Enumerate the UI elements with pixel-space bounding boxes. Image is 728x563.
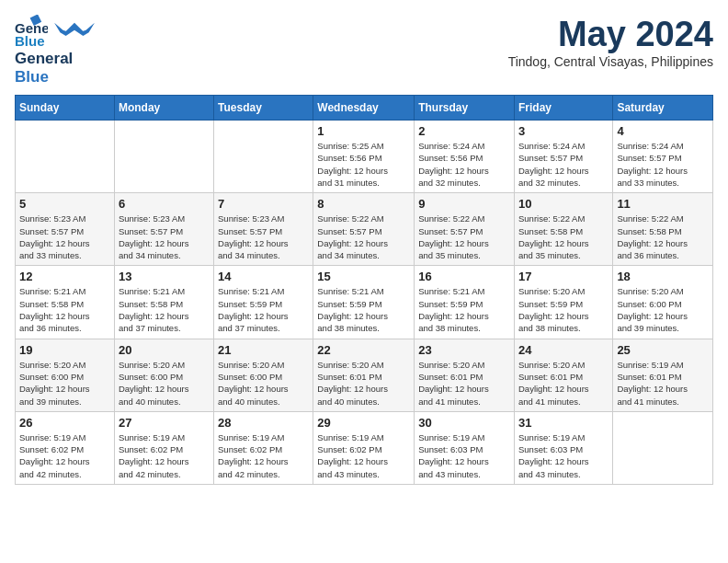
cell-info: Sunrise: 5:22 AM Sunset: 5:58 PM Dayligh… [518, 213, 609, 261]
cell-info: Sunrise: 5:21 AM Sunset: 5:58 PM Dayligh… [19, 285, 110, 334]
cell-info: Sunrise: 5:19 AM Sunset: 6:02 PM Dayligh… [19, 431, 110, 480]
cell-info: Sunrise: 5:21 AM Sunset: 5:59 PM Dayligh… [317, 285, 410, 334]
logo-line2: Blue [15, 68, 49, 86]
calendar-cell: 25Sunrise: 5:19 AM Sunset: 6:01 PM Dayli… [613, 339, 713, 411]
cell-info: Sunrise: 5:19 AM Sunset: 6:02 PM Dayligh… [218, 431, 309, 480]
day-number: 12 [19, 270, 110, 283]
cell-info: Sunrise: 5:22 AM Sunset: 5:57 PM Dayligh… [317, 213, 410, 261]
calendar-cell: 16Sunrise: 5:21 AM Sunset: 5:59 PM Dayli… [415, 266, 515, 339]
cell-info: Sunrise: 5:20 AM Sunset: 6:00 PM Dayligh… [19, 359, 110, 408]
calendar-cell: 17Sunrise: 5:20 AM Sunset: 5:59 PM Dayli… [514, 266, 612, 339]
cell-info: Sunrise: 5:20 AM Sunset: 6:00 PM Dayligh… [218, 359, 309, 408]
day-number: 28 [218, 416, 309, 430]
day-number: 3 [518, 124, 609, 138]
cell-info: Sunrise: 5:20 AM Sunset: 6:01 PM Dayligh… [518, 359, 609, 408]
weekday-header-row: SundayMondayTuesdayWednesdayThursdayFrid… [16, 96, 713, 121]
cell-info: Sunrise: 5:23 AM Sunset: 5:57 PM Dayligh… [119, 213, 210, 261]
day-number: 22 [317, 343, 410, 357]
day-number: 21 [218, 343, 309, 357]
weekday-header: Friday [514, 96, 612, 121]
cell-info: Sunrise: 5:19 AM Sunset: 6:03 PM Dayligh… [518, 431, 609, 480]
day-number: 18 [617, 270, 709, 283]
cell-info: Sunrise: 5:24 AM Sunset: 5:57 PM Dayligh… [518, 140, 609, 189]
day-number: 1 [317, 124, 410, 138]
calendar-cell: 6Sunrise: 5:23 AM Sunset: 5:57 PM Daylig… [114, 193, 213, 266]
day-number: 31 [518, 416, 609, 430]
day-number: 2 [418, 124, 510, 138]
day-number: 10 [518, 197, 609, 211]
calendar-week-row: 1Sunrise: 5:25 AM Sunset: 5:56 PM Daylig… [16, 121, 713, 193]
cell-info: Sunrise: 5:19 AM Sunset: 6:02 PM Dayligh… [317, 431, 410, 480]
cell-info: Sunrise: 5:23 AM Sunset: 5:57 PM Dayligh… [19, 213, 110, 261]
calendar-cell: 11Sunrise: 5:22 AM Sunset: 5:58 PM Dayli… [613, 193, 713, 266]
calendar-cell [16, 121, 115, 193]
calendar-cell: 31Sunrise: 5:19 AM Sunset: 6:03 PM Dayli… [514, 411, 612, 484]
day-number: 26 [19, 416, 110, 430]
calendar-cell: 12Sunrise: 5:21 AM Sunset: 5:58 PM Dayli… [16, 266, 115, 339]
day-number: 15 [317, 270, 410, 283]
cell-info: Sunrise: 5:22 AM Sunset: 5:58 PM Dayligh… [617, 213, 709, 261]
calendar-cell: 15Sunrise: 5:21 AM Sunset: 5:59 PM Dayli… [313, 266, 415, 339]
calendar-week-row: 19Sunrise: 5:20 AM Sunset: 6:00 PM Dayli… [16, 339, 713, 411]
calendar-cell: 28Sunrise: 5:19 AM Sunset: 6:02 PM Dayli… [214, 411, 313, 484]
title-section: May 2024 Tindog, Central Visayas, Philip… [508, 15, 713, 69]
day-number: 27 [119, 416, 210, 430]
logo-bird [51, 15, 97, 48]
calendar-cell: 10Sunrise: 5:22 AM Sunset: 5:58 PM Dayli… [514, 193, 612, 266]
cell-info: Sunrise: 5:24 AM Sunset: 5:56 PM Dayligh… [418, 140, 510, 189]
calendar-cell: 21Sunrise: 5:20 AM Sunset: 6:00 PM Dayli… [214, 339, 313, 411]
calendar-cell: 1Sunrise: 5:25 AM Sunset: 5:56 PM Daylig… [313, 121, 415, 193]
cell-info: Sunrise: 5:20 AM Sunset: 5:59 PM Dayligh… [518, 285, 609, 334]
calendar-cell: 29Sunrise: 5:19 AM Sunset: 6:02 PM Dayli… [313, 411, 415, 484]
calendar-cell [613, 411, 713, 484]
cell-info: Sunrise: 5:24 AM Sunset: 5:57 PM Dayligh… [617, 140, 709, 189]
calendar-cell: 2Sunrise: 5:24 AM Sunset: 5:56 PM Daylig… [415, 121, 515, 193]
logo-icon: General Blue [15, 15, 48, 48]
weekday-header: Monday [114, 96, 213, 121]
day-number: 25 [617, 343, 709, 357]
day-number: 5 [19, 197, 110, 211]
day-number: 6 [119, 197, 210, 211]
day-number: 20 [119, 343, 210, 357]
day-number: 16 [418, 270, 510, 283]
calendar-cell: 13Sunrise: 5:21 AM Sunset: 5:58 PM Dayli… [114, 266, 213, 339]
logo-line1: General [15, 50, 73, 68]
calendar-cell: 9Sunrise: 5:22 AM Sunset: 5:57 PM Daylig… [415, 193, 515, 266]
calendar-cell: 4Sunrise: 5:24 AM Sunset: 5:57 PM Daylig… [613, 121, 713, 193]
calendar-cell: 19Sunrise: 5:20 AM Sunset: 6:00 PM Dayli… [16, 339, 115, 411]
calendar-cell: 3Sunrise: 5:24 AM Sunset: 5:57 PM Daylig… [514, 121, 612, 193]
calendar-cell: 14Sunrise: 5:21 AM Sunset: 5:59 PM Dayli… [214, 266, 313, 339]
cell-info: Sunrise: 5:19 AM Sunset: 6:02 PM Dayligh… [119, 431, 210, 480]
svg-text:Blue: Blue [15, 33, 45, 48]
calendar-cell: 30Sunrise: 5:19 AM Sunset: 6:03 PM Dayli… [415, 411, 515, 484]
calendar-cell [114, 121, 213, 193]
svg-marker-3 [54, 23, 95, 36]
day-number: 29 [317, 416, 410, 430]
location-title: Tindog, Central Visayas, Philippines [508, 54, 713, 69]
logo: General Blue General Blue [15, 15, 97, 86]
calendar-cell: 20Sunrise: 5:20 AM Sunset: 6:00 PM Dayli… [114, 339, 213, 411]
weekday-header: Tuesday [214, 96, 313, 121]
day-number: 24 [518, 343, 609, 357]
calendar-week-row: 5Sunrise: 5:23 AM Sunset: 5:57 PM Daylig… [16, 193, 713, 266]
calendar-cell: 27Sunrise: 5:19 AM Sunset: 6:02 PM Dayli… [114, 411, 213, 484]
calendar-week-row: 12Sunrise: 5:21 AM Sunset: 5:58 PM Dayli… [16, 266, 713, 339]
cell-info: Sunrise: 5:20 AM Sunset: 6:00 PM Dayligh… [617, 285, 709, 334]
day-number: 8 [317, 197, 410, 211]
cell-info: Sunrise: 5:22 AM Sunset: 5:57 PM Dayligh… [418, 213, 510, 261]
calendar-cell: 7Sunrise: 5:23 AM Sunset: 5:57 PM Daylig… [214, 193, 313, 266]
day-number: 17 [518, 270, 609, 283]
day-number: 13 [119, 270, 210, 283]
calendar-cell: 18Sunrise: 5:20 AM Sunset: 6:00 PM Dayli… [613, 266, 713, 339]
calendar-cell: 5Sunrise: 5:23 AM Sunset: 5:57 PM Daylig… [16, 193, 115, 266]
day-number: 23 [418, 343, 510, 357]
cell-info: Sunrise: 5:20 AM Sunset: 6:01 PM Dayligh… [418, 359, 510, 408]
day-number: 30 [418, 416, 510, 430]
weekday-header: Wednesday [313, 96, 415, 121]
cell-info: Sunrise: 5:19 AM Sunset: 6:01 PM Dayligh… [617, 359, 709, 408]
calendar-cell [214, 121, 313, 193]
calendar-week-row: 26Sunrise: 5:19 AM Sunset: 6:02 PM Dayli… [16, 411, 713, 484]
cell-info: Sunrise: 5:21 AM Sunset: 5:59 PM Dayligh… [218, 285, 309, 334]
month-title: May 2024 [508, 15, 713, 54]
cell-info: Sunrise: 5:21 AM Sunset: 5:59 PM Dayligh… [418, 285, 510, 334]
